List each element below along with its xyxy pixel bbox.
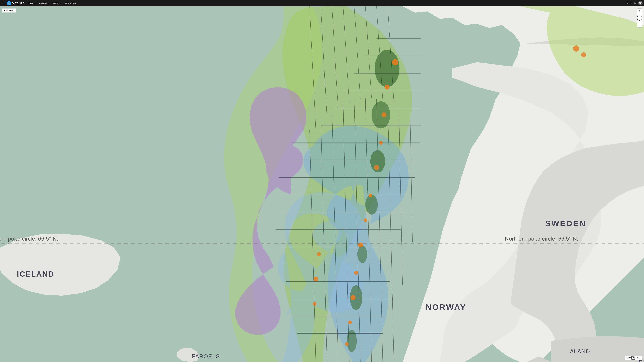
map-menu-button[interactable]: MAP MENU [2,8,16,12]
nav-transfer-data[interactable]: Transfer Data [63,1,77,5]
svg-rect-3 [0,6,161,90]
nav-well-data[interactable]: Well Data ▾ [38,1,50,5]
nav-projects[interactable]: Projects [27,1,37,5]
chevron-down-icon: ▾ [48,2,48,4]
logo-text: EARTHNET [12,2,24,4]
chevron-down-icon: ▾ [60,2,60,4]
nav-seismic[interactable]: Seismic ▾ [51,1,62,5]
hamburger-menu[interactable]: ☰ [2,1,6,5]
logo-icon [7,1,11,5]
logo: EARTHNET [7,1,24,5]
map-container[interactable]: ICELAND NORWAY SWEDEN FINLAND ESTONIA LA… [0,6,161,90]
navbar: ☰ EARTHNET Projects Well Data ▾ Seismic … [0,0,161,6]
